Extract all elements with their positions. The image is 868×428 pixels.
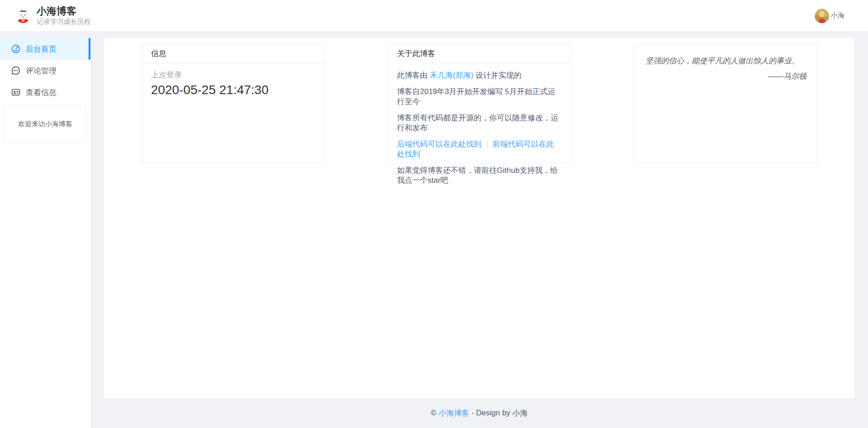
footer-copyright: © <box>431 409 439 418</box>
welcome-box: 欢迎来访小海博客 <box>5 105 86 143</box>
sidebar-item-view-info[interactable]: 查看信息 <box>0 81 90 103</box>
footer-site-link[interactable]: 小海博客 <box>439 408 469 418</box>
cartoon-cat-logo-icon <box>16 9 30 23</box>
about-line-author: 此博客由 禾几海(郑海) 设计并实现的 <box>397 71 561 81</box>
sidebar-item-label: 查看信息 <box>26 87 57 98</box>
welcome-text: 欢迎来访小海博客 <box>18 120 72 128</box>
footer: © 小海博客 - Design by 小海 <box>104 398 854 428</box>
quote-text: 坚强的信心，能使平凡的人做出惊人的事业。 <box>646 56 807 66</box>
info-card: 信息 上次登录 2020-05-25 21:47:30 <box>142 44 325 163</box>
about-card-title: 关于此博客 <box>388 45 571 63</box>
sidebar-item-comments[interactable]: 评论管理 <box>0 60 90 81</box>
sidebar: 后台首页 评论管理 <box>0 38 90 428</box>
dashboard-icon <box>11 44 21 54</box>
user-name[interactable]: 小海 <box>831 11 844 20</box>
about-line-code-links: 后端代码可以在此处找到|前端代码可以在此处找到 <box>397 139 561 159</box>
sidebar-item-label: 后台首页 <box>26 44 57 54</box>
comment-icon <box>11 66 21 76</box>
info-card-title: 信息 <box>142 45 325 63</box>
footer-author: 小海 <box>512 408 528 418</box>
brand: 小海博客 记录学习成长历程 <box>16 6 91 26</box>
id-card-icon <box>11 87 21 97</box>
main-content: 信息 上次登录 2020-05-25 21:47:30 关于此博客 此博客由 禾… <box>104 38 854 398</box>
sidebar-item-dashboard[interactable]: 后台首页 <box>0 38 90 60</box>
user-menu[interactable]: 小海 <box>815 9 844 23</box>
footer-design-by: - Design by <box>469 409 512 418</box>
about-line-history: 博客自2019年3月开始开发编写 5月开始正式运行至今 <box>397 87 561 107</box>
quote-attribution: ——马尔顿 <box>646 71 807 81</box>
about-card: 关于此博客 此博客由 禾几海(郑海) 设计并实现的 博客自2019年3月开始开发… <box>387 44 571 163</box>
blog-logo-avatar <box>16 9 30 23</box>
backend-code-link[interactable]: 后端代码可以在此处找到 <box>397 140 481 148</box>
last-login-label: 上次登录 <box>151 71 316 80</box>
user-avatar-icon <box>815 9 829 23</box>
app-header: 小海博客 记录学习成长历程 小海 <box>0 0 868 32</box>
quote-card: 坚强的信心，能使平凡的人做出惊人的事业。 ——马尔顿 <box>633 44 817 163</box>
app-subtitle: 记录学习成长历程 <box>37 18 91 26</box>
links-divider: | <box>486 140 488 148</box>
about-line-opensource: 博客所有代码都是开源的，你可以随意修改，运行和发布 <box>397 113 561 133</box>
author-link[interactable]: 禾几海(郑海) <box>430 71 473 80</box>
app-title: 小海博客 <box>37 6 91 17</box>
last-login-value: 2020-05-25 21:47:30 <box>151 82 316 98</box>
user-avatar[interactable] <box>815 9 829 23</box>
sidebar-item-label: 评论管理 <box>26 66 57 76</box>
about-line-star: 如果觉得博客还不错，请前往Github支持我，给我点一个star吧 <box>397 166 561 185</box>
